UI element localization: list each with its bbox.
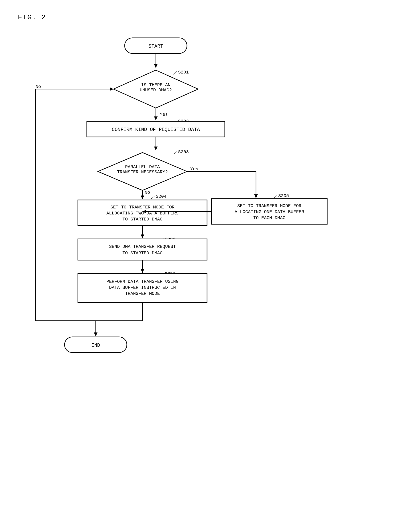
s206-text2: TO STARTED DMAC — [122, 251, 163, 256]
s203-step: S203 — [178, 149, 189, 155]
svg-marker-7 — [154, 146, 157, 150]
s201-text: IS THERE AN — [141, 82, 170, 88]
s205-text1: SET TO TRANSFER MODE FOR — [237, 203, 302, 209]
svg-marker-28 — [110, 87, 113, 91]
end-label: END — [91, 343, 100, 348]
svg-line-8 — [174, 152, 177, 154]
flowchart-container: START S201 IS THERE AN UNUSED DMAC? No Y… — [18, 29, 383, 519]
s203-text2: TRANSFER NECESSARY? — [117, 170, 168, 175]
s205-step: S205 — [278, 193, 289, 198]
s205-text2: ALLOCATING ONE DATA BUFFER — [235, 209, 304, 215]
svg-line-15 — [274, 195, 277, 198]
s207-text3: TRANSFER MODE — [125, 291, 160, 296]
no-s203-label: No — [145, 190, 150, 195]
svg-line-2 — [174, 71, 177, 75]
yes-s203-label: Yes — [190, 167, 198, 172]
s204-step: S204 — [156, 194, 167, 199]
s206-text1: SEND DMA TRANSFER REQUEST — [109, 244, 176, 249]
svg-marker-19 — [141, 234, 144, 238]
yes-s201-label: Yes — [160, 112, 168, 117]
svg-marker-4 — [154, 116, 157, 120]
start-label: START — [149, 44, 163, 49]
s201-label: S201 — [178, 70, 189, 75]
s206-node — [78, 239, 207, 260]
s204-text3: TO STARTED DMAC — [122, 217, 163, 222]
svg-marker-22 — [141, 269, 144, 273]
s203-text1: PARALLEL DATA — [125, 164, 160, 170]
svg-marker-14 — [141, 196, 144, 199]
no-s201-label: No — [36, 84, 41, 89]
s201-text2: UNUSED DMAC? — [140, 88, 172, 93]
svg-marker-30 — [94, 332, 98, 336]
s207-text1: PERFORM DATA TRANSFER USING — [107, 279, 178, 284]
s202-text: CONFIRM KIND OF REQUESTED DATA — [112, 127, 200, 133]
svg-marker-1 — [154, 64, 157, 68]
s205-text3: TO EACH DMAC — [253, 215, 285, 221]
s204-text1: SET TO TRANSFER MODE FOR — [110, 205, 175, 210]
page-title: FIG. 2 — [18, 13, 46, 22]
svg-line-12 — [151, 196, 155, 199]
svg-marker-11 — [254, 194, 258, 198]
s207-text2: DATA BUFFER INSTRUCTED IN — [109, 285, 176, 290]
